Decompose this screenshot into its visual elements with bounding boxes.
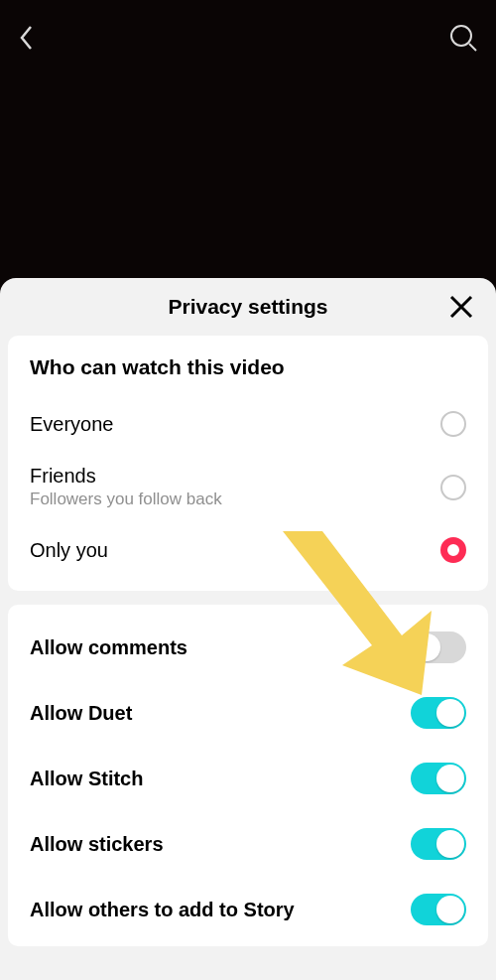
option-label: Only you: [30, 539, 108, 562]
search-icon[interactable]: [448, 23, 478, 57]
option-text: Only you: [30, 539, 108, 562]
toggle-label: Allow Duet: [30, 702, 132, 725]
sheet-header: Privacy settings: [8, 278, 488, 336]
visibility-section-title: Who can watch this video: [30, 355, 466, 379]
toggle-card: Allow comments Allow Duet Allow Stitch A…: [8, 605, 488, 946]
toggle-row-allow-comments: Allow comments: [30, 615, 466, 680]
option-label: Friends: [30, 465, 222, 488]
visibility-option-friends[interactable]: Friends Followers you follow back: [30, 451, 466, 523]
radio-icon: [440, 537, 466, 563]
toggle-label: Allow others to add to Story: [30, 899, 295, 921]
toggle-label: Allow stickers: [30, 833, 164, 856]
radio-icon: [440, 475, 466, 500]
option-text: Everyone: [30, 413, 114, 436]
visibility-option-only-you[interactable]: Only you: [30, 523, 466, 577]
privacy-settings-sheet: Privacy settings Who can watch this vide…: [0, 278, 496, 980]
switch-knob: [436, 896, 464, 923]
switch-allow-duet[interactable]: [411, 697, 466, 729]
switch-allow-comments[interactable]: [411, 631, 466, 663]
switch-knob: [436, 765, 464, 792]
switch-knob: [436, 699, 464, 727]
sheet-title: Privacy settings: [168, 295, 327, 319]
svg-point-0: [451, 26, 471, 46]
toggle-row-allow-stitch: Allow Stitch: [30, 746, 466, 811]
option-label: Everyone: [30, 413, 114, 436]
toggle-row-allow-story: Allow others to add to Story: [30, 877, 466, 942]
switch-knob: [413, 633, 440, 661]
option-text: Friends Followers you follow back: [30, 465, 222, 509]
option-sublabel: Followers you follow back: [30, 490, 222, 509]
back-icon[interactable]: [18, 24, 36, 56]
toggle-label: Allow Stitch: [30, 768, 143, 790]
toggle-row-allow-duet: Allow Duet: [30, 680, 466, 746]
switch-allow-story[interactable]: [411, 894, 466, 925]
visibility-option-everyone[interactable]: Everyone: [30, 397, 466, 451]
radio-icon: [440, 411, 466, 437]
visibility-card: Who can watch this video Everyone Friend…: [8, 336, 488, 591]
switch-allow-stitch[interactable]: [411, 763, 466, 794]
toggle-label: Allow comments: [30, 636, 187, 659]
top-bar: [0, 0, 496, 79]
switch-allow-stickers[interactable]: [411, 828, 466, 860]
close-icon[interactable]: [446, 292, 476, 322]
switch-knob: [436, 830, 464, 858]
svg-line-1: [469, 44, 476, 51]
toggle-row-allow-stickers: Allow stickers: [30, 811, 466, 877]
